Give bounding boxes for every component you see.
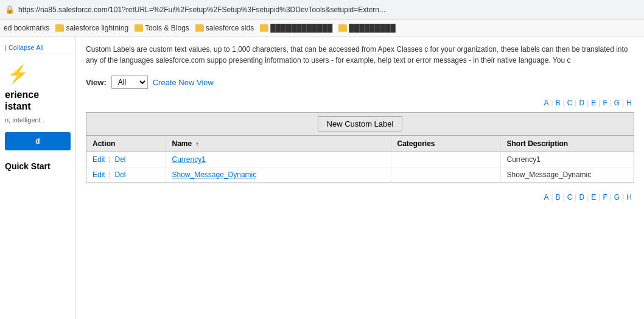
view-select[interactable]: All bbox=[111, 75, 148, 89]
col-header-action: Action bbox=[86, 136, 166, 152]
collapse-all-link[interactable]: | Collapse All bbox=[5, 44, 43, 51]
sidebar-title-line1: erience bbox=[5, 89, 39, 100]
view-label: View: bbox=[86, 78, 107, 87]
action-cell-2: Edit | Del bbox=[86, 167, 166, 183]
alpha-B[interactable]: B bbox=[556, 99, 561, 107]
folder-icon bbox=[260, 24, 268, 32]
name-link-1[interactable]: Currency1 bbox=[172, 155, 206, 164]
col-header-categories: Categories bbox=[391, 136, 500, 152]
table-row: Edit | Del Show_Message_Dynamic Show_Mes… bbox=[86, 167, 634, 183]
alpha-H[interactable]: H bbox=[626, 99, 632, 107]
alphabet-nav-bottom: A | B | C | D | E | F | G | H bbox=[86, 193, 634, 202]
bookmark-label-4: ████████████ bbox=[270, 24, 332, 32]
sidebar-collapse-bar[interactable]: | Collapse All bbox=[0, 41, 75, 54]
alpha-sep: | bbox=[622, 99, 624, 107]
sidebar: | Collapse All ⚡ erience istant n, intel… bbox=[0, 37, 76, 319]
alpha-sep: | bbox=[575, 99, 576, 107]
col-header-name[interactable]: Name ↑ bbox=[166, 136, 391, 152]
action-cell-1: Edit | Del bbox=[86, 152, 166, 167]
address-url: https://na85.salesforce.com/101?retURL=%… bbox=[18, 5, 385, 14]
sidebar-subtitle: n, intelligent . bbox=[0, 114, 75, 125]
description-text: Custom Labels are custom text values, up… bbox=[86, 44, 634, 66]
alpha-sep: | bbox=[563, 193, 565, 202]
alpha-bot-F[interactable]: F bbox=[603, 193, 607, 202]
bookmark-item-5[interactable]: █████████ bbox=[338, 24, 396, 32]
sidebar-action-button[interactable]: d bbox=[5, 132, 71, 150]
alpha-sep: | bbox=[551, 99, 553, 107]
short-desc-cell-2: Show_Message_Dynamic bbox=[500, 167, 634, 183]
alpha-C[interactable]: C bbox=[567, 99, 573, 107]
del-link-2[interactable]: Del bbox=[114, 170, 125, 179]
del-link-1[interactable]: Del bbox=[114, 155, 125, 164]
main-layout: | Collapse All ⚡ erience istant n, intel… bbox=[0, 37, 644, 319]
address-bar: 🔒 https://na85.salesforce.com/101?retURL… bbox=[0, 0, 644, 19]
bookmark-item-ed[interactable]: ed bookmarks bbox=[4, 24, 49, 32]
action-separator: | bbox=[109, 155, 113, 164]
table-row: Edit | Del Currency1 Currency1 bbox=[86, 152, 634, 167]
bookmark-salesforce-slds[interactable]: salesforce slds bbox=[195, 24, 254, 32]
lock-icon: 🔒 bbox=[5, 5, 15, 14]
name-cell-1: Currency1 bbox=[166, 152, 391, 167]
alpha-sep: | bbox=[563, 99, 565, 107]
alpha-E[interactable]: E bbox=[591, 99, 596, 107]
table-container: New Custom Label Action Name ↑ Categorie… bbox=[86, 112, 634, 183]
alpha-bot-C[interactable]: C bbox=[567, 193, 573, 202]
alpha-G[interactable]: G bbox=[614, 99, 620, 107]
new-custom-label-button[interactable]: New Custom Label bbox=[318, 116, 403, 131]
bookmark-item-4[interactable]: ████████████ bbox=[260, 24, 332, 32]
alpha-sep: | bbox=[598, 193, 600, 202]
name-cell-2: Show_Message_Dynamic bbox=[166, 167, 391, 183]
folder-icon bbox=[195, 24, 204, 32]
sidebar-title-line2: istant bbox=[5, 101, 31, 111]
alpha-sep: | bbox=[575, 193, 576, 202]
bookmark-label-2: Tools & Blogs bbox=[145, 24, 189, 32]
alpha-sep: | bbox=[598, 99, 600, 107]
alpha-bot-D[interactable]: D bbox=[579, 193, 584, 202]
bookmarks-bar: ed bookmarks salesforce lightning Tools … bbox=[0, 19, 644, 37]
col-header-short-description: Short Description bbox=[500, 136, 634, 152]
folder-icon bbox=[55, 24, 64, 32]
alpha-bot-B[interactable]: B bbox=[556, 193, 561, 202]
new-label-row: New Custom Label bbox=[86, 113, 634, 136]
table-header-row: Action Name ↑ Categories Short Descripti… bbox=[86, 136, 634, 152]
alpha-sep: | bbox=[610, 193, 612, 202]
alpha-sep: | bbox=[551, 193, 553, 202]
col-name-label: Name bbox=[172, 139, 192, 148]
categories-cell-1 bbox=[391, 152, 500, 167]
sidebar-title: erience istant bbox=[0, 86, 75, 114]
alpha-bot-G[interactable]: G bbox=[614, 193, 620, 202]
alpha-F[interactable]: F bbox=[603, 99, 607, 107]
custom-labels-table: Action Name ↑ Categories Short Descripti… bbox=[86, 136, 634, 183]
categories-cell-2 bbox=[391, 167, 500, 183]
alpha-sep: | bbox=[587, 193, 589, 202]
sidebar-quick-start: Quick Start bbox=[0, 156, 75, 176]
action-separator: | bbox=[109, 170, 113, 179]
alpha-D[interactable]: D bbox=[579, 99, 584, 107]
alpha-bot-A[interactable]: A bbox=[544, 193, 548, 202]
folder-icon bbox=[135, 24, 143, 32]
bookmark-label-1: salesforce lightning bbox=[66, 24, 128, 32]
bookmark-tools-blogs[interactable]: Tools & Blogs bbox=[135, 24, 189, 32]
content-area: Custom Labels are custom text values, up… bbox=[76, 37, 644, 319]
edit-link-2[interactable]: Edit bbox=[93, 170, 105, 179]
bookmark-label-3: salesforce slds bbox=[206, 24, 254, 32]
alpha-sep: | bbox=[587, 99, 589, 107]
alpha-A[interactable]: A bbox=[544, 99, 548, 107]
alpha-sep: | bbox=[610, 99, 612, 107]
create-new-view-link[interactable]: Create New View bbox=[153, 78, 214, 87]
bookmark-salesforce-lightning[interactable]: salesforce lightning bbox=[55, 24, 128, 32]
short-desc-cell-1: Currency1 bbox=[500, 152, 634, 167]
lightning-icon: ⚡ bbox=[0, 59, 75, 86]
folder-icon bbox=[338, 24, 347, 32]
alphabet-nav-top: A | B | C | D | E | F | G | H bbox=[86, 99, 634, 107]
alpha-bot-E[interactable]: E bbox=[591, 193, 596, 202]
alpha-bot-H[interactable]: H bbox=[626, 193, 632, 202]
bookmark-label-5: █████████ bbox=[349, 24, 396, 32]
alpha-sep: | bbox=[622, 193, 624, 202]
view-bar: View: All Create New View bbox=[86, 75, 634, 89]
bookmark-ed-label: ed bookmarks bbox=[4, 24, 49, 32]
sort-ascending-icon: ↑ bbox=[196, 141, 199, 147]
name-link-2[interactable]: Show_Message_Dynamic bbox=[172, 170, 257, 179]
edit-link-1[interactable]: Edit bbox=[93, 155, 105, 164]
